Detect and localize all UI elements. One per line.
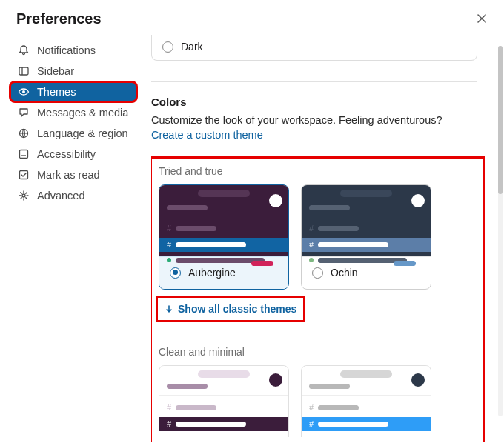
sidebar-item-label: Sidebar xyxy=(37,65,74,77)
sidebar-item-label: Language & region xyxy=(37,127,128,139)
theme-card-ochin[interactable]: # # Ochin xyxy=(301,184,431,290)
chat-icon xyxy=(18,107,30,119)
accessibility-icon xyxy=(18,148,30,160)
svg-rect-0 xyxy=(19,67,28,75)
check-icon xyxy=(18,169,30,181)
radio-unselected[interactable] xyxy=(162,41,173,53)
globe-icon xyxy=(18,127,30,139)
theme-preview: # # xyxy=(159,185,288,256)
sidebar-item-sidebar[interactable]: Sidebar xyxy=(10,61,136,81)
sidebar-item-themes[interactable]: Themes xyxy=(10,82,136,101)
sidebar-item-language-region[interactable]: Language & region xyxy=(10,124,136,143)
theme-radio[interactable] xyxy=(312,267,323,279)
theme-label: Ochin xyxy=(331,267,358,279)
close-icon xyxy=(476,13,488,24)
svg-point-7 xyxy=(22,194,25,197)
sidebar-item-label: Themes xyxy=(37,86,76,98)
sidebar-item-label: Messages & media xyxy=(37,107,128,119)
create-custom-theme-link[interactable]: Create a custom theme xyxy=(151,129,263,141)
sidebar-item-notifications[interactable]: Notifications xyxy=(10,41,136,60)
show-all-classic-themes[interactable]: Show all classic themes xyxy=(157,297,304,321)
theme-card-aubergine[interactable]: # # Aubergine xyxy=(159,184,289,290)
scrollbar-thumb[interactable] xyxy=(498,46,503,194)
section-divider xyxy=(151,81,477,82)
svg-rect-6 xyxy=(20,171,28,179)
colors-section-title: Colors xyxy=(151,96,504,108)
sidebar-item-label: Notifications xyxy=(37,44,96,56)
theme-radio[interactable] xyxy=(170,267,181,279)
sidebar-item-label: Accessibility xyxy=(37,148,96,160)
theme-group-tried-true: Tried and true xyxy=(159,165,476,177)
theme-preview: # # xyxy=(159,366,288,437)
sidebar-item-accessibility[interactable]: Accessibility xyxy=(10,144,136,164)
sidebar-item-advanced[interactable]: Advanced xyxy=(10,186,136,205)
theme-label: Aubergine xyxy=(188,267,236,279)
page-title: Preferences xyxy=(16,10,102,27)
svg-rect-4 xyxy=(20,150,28,159)
theme-preview: # # xyxy=(302,366,431,437)
sidebar-item-messages-media[interactable]: Messages & media xyxy=(10,103,136,122)
colors-section-desc: Customize the look of your workspace. Fe… xyxy=(151,114,442,126)
theme-group-clean-minimal: Clean and minimal xyxy=(159,346,491,358)
chevron-down-icon xyxy=(165,304,173,313)
preferences-sidebar: NotificationsSidebarThemesMessages & med… xyxy=(0,35,141,442)
sidebar-item-label: Mark as read xyxy=(37,169,100,181)
theme-preview: # # xyxy=(302,185,431,256)
eye-icon xyxy=(18,86,30,98)
theme-card-clean-a[interactable]: # # xyxy=(159,365,289,437)
gear-icon xyxy=(18,190,30,201)
theme-card-clean-b[interactable]: # # xyxy=(301,365,431,437)
scrollbar[interactable] xyxy=(498,46,503,416)
bell-icon xyxy=(18,44,30,56)
dark-mode-option[interactable]: Dark xyxy=(151,35,477,61)
close-button[interactable] xyxy=(476,12,488,27)
panel-icon xyxy=(18,65,30,77)
svg-point-2 xyxy=(22,90,25,93)
sidebar-item-label: Advanced xyxy=(37,190,85,201)
sidebar-item-mark-as-read[interactable]: Mark as read xyxy=(10,165,136,184)
dark-mode-label: Dark xyxy=(181,41,203,53)
